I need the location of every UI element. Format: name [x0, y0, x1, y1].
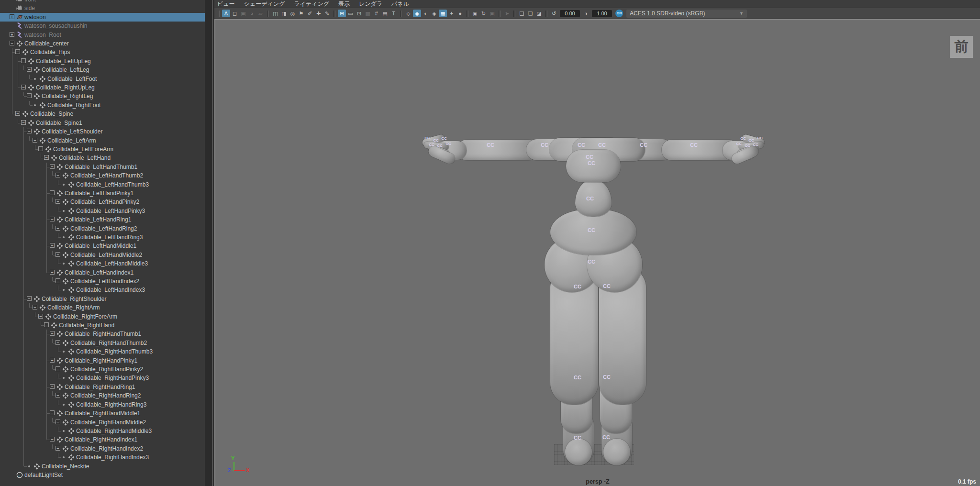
exposure-field[interactable]: 0.00	[560, 10, 580, 17]
screen-space-ao-icon[interactable]: ◉	[471, 10, 479, 17]
snap-to-curve-icon[interactable]: ◕	[248, 10, 256, 17]
outliner-item-Collidable_RightShoulder[interactable]: −Collidable_RightShoulder	[0, 295, 205, 303]
outliner-item-Collidable_LeftHandMiddle3[interactable]: Collidable_LeftHandMiddle3	[0, 259, 205, 268]
outliner-item-Collidable_RightHandThumb1[interactable]: −Collidable_RightHandThumb1	[0, 330, 205, 338]
outliner-item-Collidable_RightHandIndex1[interactable]: −Collidable_RightHandIndex1	[0, 435, 205, 444]
expander-minus-icon[interactable]: −	[50, 217, 55, 221]
select-by-name-icon[interactable]: A	[222, 10, 230, 17]
image-plane-icon[interactable]: ✐	[306, 10, 314, 17]
grid-display-icon[interactable]: ⊞	[338, 10, 346, 17]
anti-aliasing-icon[interactable]: ▣	[488, 10, 496, 17]
expander-minus-icon[interactable]: −	[56, 199, 60, 204]
expander-minus-icon[interactable]: −	[50, 358, 55, 363]
outliner-item-Collidable_LeftHandRing2[interactable]: −Collidable_LeftHandRing2	[0, 224, 205, 233]
exposure-toggle-icon[interactable]: ↺	[550, 10, 558, 17]
expander-minus-icon[interactable]: −	[27, 93, 32, 98]
expander-minus-icon[interactable]: −	[56, 340, 60, 345]
shadows-icon[interactable]: ●	[456, 10, 464, 17]
expander-minus-icon[interactable]: −	[44, 155, 49, 160]
textured-display-icon[interactable]: ▦	[439, 10, 447, 17]
marquee-select-icon[interactable]: ◻	[231, 10, 239, 17]
expander-plus-icon[interactable]: +	[10, 32, 14, 37]
expander-minus-icon[interactable]: −	[50, 331, 55, 336]
expander-minus-icon[interactable]: −	[50, 410, 55, 415]
outliner-item-Collidable_RightHandIndex3[interactable]: Collidable_RightHandIndex3	[0, 453, 205, 462]
expander-minus-icon[interactable]: −	[50, 384, 55, 389]
expander-minus-icon[interactable]: −	[50, 190, 55, 195]
outliner-item-Collidable_LeftHandIndex2[interactable]: −Collidable_LeftHandIndex2	[0, 277, 205, 286]
outliner-item-Collidable_LeftHandMiddle2[interactable]: −Collidable_LeftHandMiddle2	[0, 251, 205, 259]
outliner-item-Collidable_Spine[interactable]: −Collidable_Spine	[0, 110, 205, 118]
viewport-menu-1[interactable]: シェーディング	[244, 0, 285, 8]
use-all-lights-icon[interactable]: ✦	[447, 10, 456, 17]
outliner-panel[interactable]: frontside+watosonwatoson_sousachuushin+w…	[0, 0, 205, 486]
outliner-item-side[interactable]: side	[0, 4, 205, 12]
outliner-item-Collidable_LeftHandRing3[interactable]: Collidable_LeftHandRing3	[0, 233, 205, 242]
expander-minus-icon[interactable]: −	[50, 437, 55, 442]
viewport-canvas[interactable]: CCCCCCCCCCCCCCCCCCCCCCCCCCCCCCCCCCCCCCCC…	[214, 19, 980, 486]
outliner-item-Collidable_RightHandRing2[interactable]: −Collidable_RightHandRing2	[0, 391, 205, 400]
expander-minus-icon[interactable]: −	[27, 129, 32, 133]
outliner-item-Collidable_center[interactable]: −Collidable_center	[0, 39, 205, 48]
outliner-item-watoson_Root[interactable]: +watoson_Root	[0, 31, 205, 39]
expander-minus-icon[interactable]: −	[50, 243, 55, 248]
outliner-item-Collidable_LeftArm[interactable]: −Collidable_LeftArm	[0, 136, 205, 145]
outliner-item-Collidable_RightHandPinky2[interactable]: −Collidable_RightHandPinky2	[0, 365, 205, 374]
outliner-item-Collidable_RightHandRing1[interactable]: −Collidable_RightHandRing1	[0, 383, 205, 391]
snap-to-grid-icon[interactable]: ▣	[239, 10, 247, 17]
gate-mask-icon[interactable]: ▩	[364, 10, 372, 17]
outliner-item-Collidable_Hips[interactable]: −Collidable_Hips	[0, 48, 205, 56]
isolate-select-icon[interactable]: ➤	[503, 10, 511, 17]
viewport-menu-0[interactable]: ビュー	[217, 0, 235, 8]
outliner-item-Collidable_LeftHandPinky1[interactable]: −Collidable_LeftHandPinky1	[0, 189, 205, 198]
expander-minus-icon[interactable]: −	[56, 366, 60, 371]
outliner-item-Collidable_LeftHand[interactable]: −Collidable_LeftHand	[0, 154, 205, 162]
outliner-item-Collidable_RightHandMiddle3[interactable]: Collidable_RightHandMiddle3	[0, 427, 205, 435]
camera-attributes-icon[interactable]: ◎	[289, 10, 297, 17]
expander-minus-icon[interactable]: −	[56, 393, 60, 398]
expander-minus-icon[interactable]: −	[33, 138, 37, 143]
safe-action-icon[interactable]: ▤	[381, 10, 389, 17]
outliner-item-Collidable_RightHandIndex2[interactable]: −Collidable_RightHandIndex2	[0, 444, 205, 453]
outliner-item-Collidable_RightHandMiddle2[interactable]: −Collidable_RightHandMiddle2	[0, 418, 205, 427]
outliner-item-front[interactable]: front	[0, 0, 205, 4]
outliner-item-Collidable_Necktie[interactable]: Collidable_Necktie	[0, 462, 205, 471]
panel-divider-grip[interactable]	[212, 0, 213, 486]
outliner-item-Collidable_LeftHandThumb2[interactable]: −Collidable_LeftHandThumb2	[0, 171, 205, 180]
outliner-item-Collidable_LeftHandThumb3[interactable]: Collidable_LeftHandThumb3	[0, 180, 205, 189]
collision-capsule[interactable]	[565, 439, 592, 465]
wireframe-on-shaded-icon[interactable]: ◈	[430, 10, 438, 17]
outliner-item-Collidable_RightLeg[interactable]: −Collidable_RightLeg	[0, 92, 205, 100]
outliner-item-Collidable_LeftHandIndex1[interactable]: −Collidable_LeftHandIndex1	[0, 268, 205, 277]
expander-minus-icon[interactable]: −	[15, 49, 20, 54]
xray-display-icon[interactable]: ◐	[422, 10, 430, 17]
gamma-field[interactable]: 1.00	[592, 10, 612, 17]
expander-minus-icon[interactable]: −	[56, 226, 60, 231]
expander-minus-icon[interactable]: −	[50, 164, 55, 169]
scene-render-view-icon[interactable]: ❑	[518, 10, 526, 17]
expander-minus-icon[interactable]: −	[21, 120, 26, 125]
motion-blur-icon[interactable]: ↻	[479, 10, 488, 17]
pan-zoom-tool-icon[interactable]: ✚	[314, 10, 323, 17]
field-chart-icon[interactable]: #	[372, 10, 380, 17]
snapshot-icon[interactable]: ❏	[526, 10, 535, 17]
colorspace-select[interactable]: ACES 1.0 SDR-video (sRGB)▼	[626, 10, 747, 18]
outliner-item-Collidable_RightHandThumb2[interactable]: −Collidable_RightHandThumb2	[0, 339, 205, 347]
wireframe-display-icon[interactable]: ◇	[404, 10, 412, 17]
expander-minus-icon[interactable]: −	[27, 296, 32, 301]
expander-minus-icon[interactable]: −	[27, 67, 32, 72]
outliner-item-Collidable_RightArm[interactable]: −Collidable_RightArm	[0, 303, 205, 312]
outliner-item-Collidable_LeftUpLeg[interactable]: −Collidable_LeftUpLeg	[0, 57, 205, 66]
outliner-item-Collidable_LeftHandPinky2[interactable]: −Collidable_LeftHandPinky2	[0, 198, 205, 206]
outliner-item-Collidable_LeftHandMiddle1[interactable]: −Collidable_LeftHandMiddle1	[0, 242, 205, 250]
expander-minus-icon[interactable]: −	[15, 111, 20, 116]
outliner-item-Collidable_RightForeArm[interactable]: −Collidable_RightForeArm	[0, 312, 205, 321]
outliner-item-watoson_sousachuushin[interactable]: watoson_sousachuushin	[0, 22, 205, 30]
viewport-menu-3[interactable]: 表示	[338, 0, 350, 8]
outliner-item-Collidable_LeftHandIndex3[interactable]: Collidable_LeftHandIndex3	[0, 286, 205, 294]
outliner-item-Collidable_LeftShoulder[interactable]: −Collidable_LeftShoulder	[0, 127, 205, 136]
expander-minus-icon[interactable]: −	[38, 146, 43, 151]
expander-minus-icon[interactable]: −	[21, 85, 26, 89]
outliner-item-Collidable_LeftFoot[interactable]: Collidable_LeftFoot	[0, 75, 205, 83]
shaded-display-icon[interactable]: ◆	[413, 10, 421, 17]
